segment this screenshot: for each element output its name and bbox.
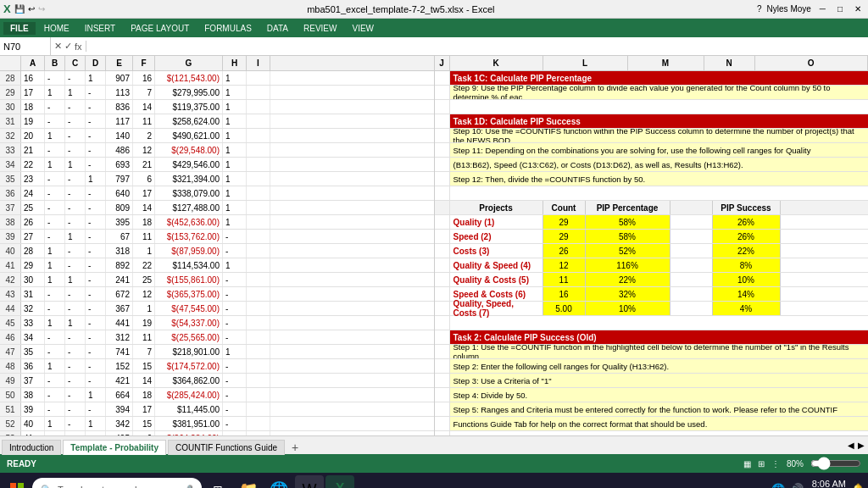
grid-cell[interactable]: - bbox=[86, 186, 106, 200]
tab-home[interactable]: HOME bbox=[37, 22, 76, 35]
grid-cell[interactable]: - bbox=[86, 374, 106, 387]
notification-icon[interactable]: 🔔 bbox=[851, 483, 865, 488]
grid-cell[interactable]: 40 bbox=[21, 417, 45, 430]
grid-cell[interactable]: 11 bbox=[133, 114, 155, 128]
grid-cell[interactable]: $(87,959.00) bbox=[155, 244, 223, 258]
grid-cell[interactable]: 34 bbox=[21, 330, 45, 344]
grid-cell[interactable]: - bbox=[223, 287, 247, 301]
grid-cell[interactable]: $338,079.00 bbox=[155, 186, 223, 200]
grid-cell[interactable]: 441 bbox=[106, 316, 133, 330]
col-header-D[interactable]: D bbox=[86, 56, 106, 70]
grid-cell[interactable]: 18 bbox=[133, 215, 155, 229]
grid-cell[interactable]: - bbox=[86, 273, 106, 286]
scroll-right-icon[interactable]: ▶ bbox=[858, 441, 865, 450]
sheet-tab-template[interactable]: Template - Probability bbox=[63, 440, 166, 455]
grid-cell[interactable]: $(54,337.00) bbox=[155, 316, 223, 330]
grid-cell[interactable] bbox=[247, 230, 270, 243]
grid-cell[interactable]: - bbox=[65, 201, 86, 214]
grid-cell[interactable]: 1 bbox=[45, 244, 65, 258]
grid-cell[interactable]: - bbox=[86, 345, 106, 358]
grid-cell[interactable]: - bbox=[223, 431, 247, 435]
grid-cell[interactable]: 6 bbox=[133, 431, 155, 435]
grid-cell[interactable]: 1 bbox=[65, 158, 86, 171]
grid-cell[interactable]: 1 bbox=[45, 273, 65, 286]
grid-cell[interactable]: 32 bbox=[21, 302, 45, 315]
taskbar-icon-edge[interactable]: 🌐 bbox=[264, 475, 293, 488]
grid-cell[interactable]: 1 bbox=[223, 100, 247, 114]
grid-cell[interactable]: 1 bbox=[223, 114, 247, 128]
grid-cell[interactable]: 1 bbox=[223, 172, 247, 186]
grid-cell[interactable]: - bbox=[86, 86, 106, 99]
grid-cell[interactable]: 495 bbox=[106, 431, 133, 435]
grid-cell[interactable]: $119,375.00 bbox=[155, 100, 223, 114]
grid-cell[interactable]: 1 bbox=[45, 359, 65, 373]
grid-cell[interactable]: 1 bbox=[45, 129, 65, 142]
col-header-C[interactable]: C bbox=[65, 56, 86, 70]
grid-cell[interactable]: - bbox=[86, 316, 106, 330]
grid-cell[interactable]: 797 bbox=[106, 172, 133, 186]
grid-cell[interactable]: - bbox=[86, 215, 106, 229]
grid-cell[interactable]: $(365,375.00) bbox=[155, 287, 223, 301]
tab-review[interactable]: REVIEW bbox=[297, 22, 343, 35]
grid-cell[interactable]: 2 bbox=[133, 129, 155, 142]
grid-cell[interactable]: - bbox=[223, 374, 247, 387]
col-header-E[interactable]: E bbox=[106, 56, 133, 70]
grid-cell[interactable]: 1 bbox=[223, 158, 247, 171]
grid-cell[interactable]: 7 bbox=[133, 86, 155, 99]
grid-cell[interactable]: 28 bbox=[21, 244, 45, 258]
grid-cell[interactable]: 6 bbox=[133, 172, 155, 186]
grid-cell[interactable]: - bbox=[223, 316, 247, 330]
grid-cell[interactable]: 35 bbox=[21, 345, 45, 358]
grid-cell[interactable]: - bbox=[65, 114, 86, 128]
grid-cell[interactable]: 1 bbox=[223, 345, 247, 358]
grid-cell[interactable]: 1 bbox=[133, 302, 155, 315]
tab-formulas[interactable]: FORMULAS bbox=[198, 22, 259, 35]
grid-cell[interactable]: - bbox=[45, 431, 65, 435]
grid-cell[interactable]: 16 bbox=[133, 71, 155, 85]
grid-cell[interactable]: - bbox=[86, 114, 106, 128]
grid-cell[interactable] bbox=[247, 302, 270, 315]
grid-cell[interactable]: 892 bbox=[106, 258, 133, 272]
grid-cell[interactable] bbox=[247, 172, 270, 186]
grid-cell[interactable]: 1 bbox=[45, 86, 65, 99]
grid-cell[interactable] bbox=[247, 244, 270, 258]
grid-cell[interactable]: - bbox=[86, 258, 106, 272]
grid-cell[interactable]: - bbox=[86, 330, 106, 344]
grid-cell[interactable] bbox=[247, 114, 270, 128]
grid-cell[interactable]: - bbox=[45, 100, 65, 114]
grid-cell[interactable]: $(364,384.00) bbox=[155, 431, 223, 435]
zoom-slider[interactable] bbox=[810, 458, 861, 469]
grid-cell[interactable]: $127,488.00 bbox=[155, 201, 223, 214]
grid-cell[interactable]: 17 bbox=[133, 186, 155, 200]
taskbar-icon-excel[interactable]: X bbox=[326, 475, 354, 488]
grid-cell[interactable]: 38 bbox=[21, 388, 45, 402]
grid-cell[interactable] bbox=[247, 287, 270, 301]
grid-cell[interactable]: - bbox=[223, 388, 247, 402]
grid-cell[interactable]: - bbox=[86, 100, 106, 114]
grid-cell[interactable]: 312 bbox=[106, 330, 133, 344]
grid-cell[interactable]: - bbox=[223, 230, 247, 243]
grid-cell[interactable]: 39 bbox=[21, 402, 45, 416]
grid-cell[interactable]: 15 bbox=[133, 359, 155, 373]
grid-cell[interactable]: 1 bbox=[223, 143, 247, 157]
grid-cell[interactable]: - bbox=[65, 330, 86, 344]
grid-cell[interactable] bbox=[247, 273, 270, 286]
grid-cell[interactable]: 1 bbox=[45, 158, 65, 171]
grid-cell[interactable] bbox=[247, 388, 270, 402]
grid-cell[interactable]: 664 bbox=[106, 388, 133, 402]
grid-cell[interactable]: 693 bbox=[106, 158, 133, 171]
grid-cell[interactable]: 1 bbox=[45, 316, 65, 330]
grid-cell[interactable] bbox=[247, 374, 270, 387]
grid-cell[interactable]: - bbox=[65, 374, 86, 387]
volume-icon[interactable]: 🔊 bbox=[790, 483, 804, 488]
grid-cell[interactable]: 14 bbox=[133, 374, 155, 387]
grid-cell[interactable]: - bbox=[45, 71, 65, 85]
grid-cell[interactable]: 1 bbox=[65, 316, 86, 330]
grid-cell[interactable]: 836 bbox=[106, 100, 133, 114]
grid-cell[interactable]: - bbox=[45, 345, 65, 358]
grid-cell[interactable] bbox=[247, 215, 270, 229]
cell-reference-box[interactable]: N70 bbox=[0, 37, 51, 55]
grid-cell[interactable]: - bbox=[65, 258, 86, 272]
grid-cell[interactable] bbox=[247, 258, 270, 272]
cell-J28[interactable] bbox=[435, 71, 450, 85]
